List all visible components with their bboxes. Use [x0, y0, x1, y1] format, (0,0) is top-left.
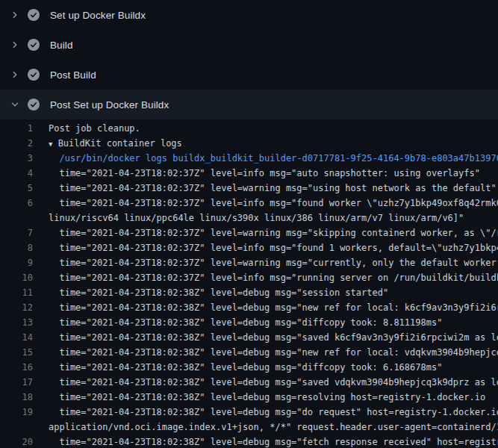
step-row-setup-docker-buildx[interactable]: Set up Docker Buildx	[0, 0, 498, 30]
line-number[interactable]: 3	[0, 151, 33, 166]
log-line: 7 time="2021-04-23T18:02:37Z" level=warn…	[0, 225, 498, 240]
line-number[interactable]: 9	[0, 255, 33, 270]
line-number[interactable]: 1	[0, 121, 33, 136]
line-number[interactable]: 7	[0, 225, 33, 240]
log-line: 3 /usr/bin/docker logs buildx_buildkit_b…	[0, 151, 498, 166]
line-number[interactable]: 20	[0, 435, 33, 448]
line-number[interactable]: 16	[0, 360, 33, 375]
log-line: 10 time="2021-04-23T18:02:37Z" level=inf…	[0, 270, 498, 285]
check-circle-icon	[28, 99, 40, 111]
line-number[interactable]: 15	[0, 345, 33, 360]
log-line-wrap: linux/riscv64 linux/ppc64le linux/s390x …	[0, 211, 498, 225]
log-line: 20 time="2021-04-23T18:02:38Z" level=deb…	[0, 435, 498, 448]
log-text: time="2021-04-23T18:02:37Z" level=warnin…	[33, 225, 498, 240]
line-number[interactable]: 11	[0, 285, 33, 300]
log-text: time="2021-04-23T18:02:37Z" level=warnin…	[33, 255, 498, 270]
check-circle-icon	[28, 9, 40, 21]
log-line: 15 time="2021-04-23T18:02:38Z" level=deb…	[0, 345, 498, 360]
log-text: time="2021-04-23T18:02:37Z" level=info m…	[33, 240, 498, 255]
check-circle-icon	[28, 69, 40, 81]
log-line: 18 time="2021-04-23T18:02:38Z" level=deb…	[0, 390, 498, 405]
log-text: time="2021-04-23T18:02:38Z" level=debug …	[33, 315, 442, 330]
line-number[interactable]: 2	[0, 136, 33, 151]
log-viewer: 1Post job cleanup.2▼ BuildKit container …	[0, 119, 498, 448]
line-number[interactable]: 10	[0, 270, 33, 285]
step-label: Post Set up Docker Buildx	[50, 99, 169, 111]
line-number[interactable]: 13	[0, 315, 33, 330]
log-text: time="2021-04-23T18:02:38Z" level=debug …	[33, 330, 498, 345]
step-row-post-build[interactable]: Post Build	[0, 60, 498, 90]
chevron-right-icon	[9, 9, 21, 21]
line-number[interactable]: 8	[0, 240, 33, 255]
log-text: Post job cleanup.	[33, 121, 140, 136]
log-line: 1Post job cleanup.	[0, 121, 498, 136]
step-list: Set up Docker Buildx Build Post Build Po…	[0, 0, 498, 119]
check-circle-icon	[28, 39, 40, 51]
log-line: 8 time="2021-04-23T18:02:37Z" level=info…	[0, 240, 498, 255]
chevron-down-icon	[9, 99, 21, 111]
step-row-post-setup-docker-buildx[interactable]: Post Set up Docker Buildx	[0, 90, 498, 119]
log-text: time="2021-04-23T18:02:38Z" level=debug …	[33, 345, 498, 360]
line-number[interactable]: 12	[0, 300, 33, 315]
log-line: 9 time="2021-04-23T18:02:37Z" level=warn…	[0, 255, 498, 270]
log-text: time="2021-04-23T18:02:38Z" level=debug …	[33, 300, 498, 315]
log-line: 11 time="2021-04-23T18:02:38Z" level=deb…	[0, 285, 498, 300]
line-number[interactable]: 18	[0, 390, 33, 405]
line-number[interactable]: 4	[0, 166, 33, 181]
log-line: 13 time="2021-04-23T18:02:38Z" level=deb…	[0, 315, 498, 330]
log-text: time="2021-04-23T18:02:38Z" level=debug …	[33, 435, 498, 448]
log-text: linux/riscv64 linux/ppc64le linux/s390x …	[33, 211, 464, 225]
chevron-right-icon	[9, 39, 21, 51]
line-number[interactable]: 19	[0, 405, 33, 420]
log-text: time="2021-04-23T18:02:38Z" level=debug …	[33, 360, 442, 375]
line-number[interactable]: 5	[0, 181, 33, 196]
step-label: Post Build	[50, 69, 96, 81]
log-line: 12 time="2021-04-23T18:02:38Z" level=deb…	[0, 300, 498, 315]
log-text: time="2021-04-23T18:02:38Z" level=debug …	[33, 285, 388, 300]
group-title: BuildKit container logs	[52, 138, 181, 149]
log-text: time="2021-04-23T18:02:38Z" level=debug …	[33, 405, 498, 420]
line-number[interactable]: 6	[0, 196, 33, 211]
line-number	[0, 420, 33, 435]
step-row-build[interactable]: Build	[0, 30, 498, 60]
log-line: 5 time="2021-04-23T18:02:37Z" level=warn…	[0, 181, 498, 196]
log-text: time="2021-04-23T18:02:37Z" level=info m…	[33, 196, 498, 211]
log-line: 16 time="2021-04-23T18:02:38Z" level=deb…	[0, 360, 498, 375]
log-line: 2▼ BuildKit container logs	[0, 136, 498, 151]
log-text: time="2021-04-23T18:02:37Z" level=info m…	[33, 270, 498, 285]
line-number[interactable]: 14	[0, 330, 33, 345]
log-line: 4 time="2021-04-23T18:02:37Z" level=info…	[0, 166, 498, 181]
line-number[interactable]: 17	[0, 375, 33, 390]
log-text: application/vnd.oci.image.index.v1+json,…	[33, 420, 498, 435]
log-line: 19 time="2021-04-23T18:02:38Z" level=deb…	[0, 405, 498, 420]
log-line-wrap: application/vnd.oci.image.index.v1+json,…	[0, 420, 498, 435]
line-number	[0, 211, 33, 225]
log-line: 6 time="2021-04-23T18:02:37Z" level=info…	[0, 196, 498, 211]
log-text: time="2021-04-23T18:02:37Z" level=info m…	[33, 166, 480, 181]
log-text: time="2021-04-23T18:02:37Z" level=warnin…	[33, 181, 497, 196]
step-label: Set up Docker Buildx	[50, 10, 146, 21]
log-line: 14 time="2021-04-23T18:02:38Z" level=deb…	[0, 330, 498, 345]
log-text: time="2021-04-23T18:02:38Z" level=debug …	[33, 390, 485, 405]
step-label: Build	[50, 40, 73, 51]
log-text: time="2021-04-23T18:02:38Z" level=debug …	[33, 375, 498, 390]
log-line: 17 time="2021-04-23T18:02:38Z" level=deb…	[0, 375, 498, 390]
log-group-header[interactable]: ▼ BuildKit container logs	[33, 136, 182, 151]
log-command-text: /usr/bin/docker logs buildx_buildkit_bui…	[33, 151, 498, 166]
chevron-right-icon	[9, 69, 21, 81]
